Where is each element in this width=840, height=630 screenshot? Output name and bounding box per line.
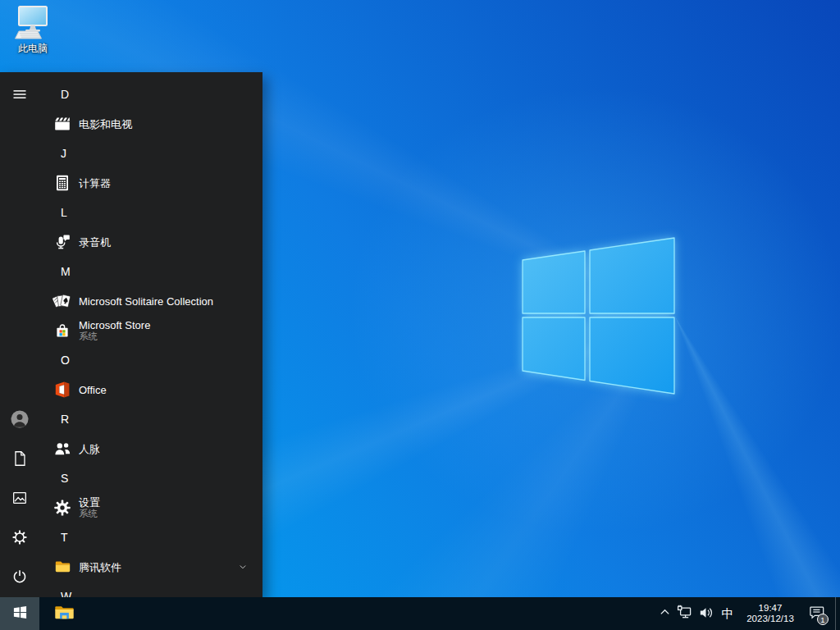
clock-time: 19:47	[759, 603, 783, 614]
app-group-header-J[interactable]: J	[39, 139, 262, 168]
app-label: Microsoft Store	[79, 319, 150, 331]
power-icon	[11, 568, 29, 588]
app-label: 人脉	[79, 443, 100, 455]
group-letter: R	[61, 413, 69, 426]
settings-button[interactable]	[0, 518, 39, 558]
app-texts: 设置系统	[79, 496, 100, 519]
windows-logo	[517, 234, 681, 398]
windows-start-icon	[12, 605, 28, 623]
app-texts: 电影和电视	[79, 118, 132, 130]
show-desktop-button[interactable]	[835, 597, 840, 630]
chevron-down-icon[interactable]	[237, 561, 249, 573]
pictures-button[interactable]	[0, 479, 39, 518]
app-group-header-O[interactable]: O	[39, 345, 262, 375]
app-texts: Microsoft Store系统	[79, 319, 150, 342]
group-letter: D	[61, 88, 69, 101]
group-letter: J	[61, 147, 66, 160]
network-button[interactable]	[674, 597, 696, 630]
group-letter: S	[61, 472, 68, 485]
desktop: 此电脑	[0, 0, 840, 630]
chevron-up-icon	[659, 606, 671, 621]
app-sublabel: 系统	[79, 509, 100, 519]
app-item-voice-recorder[interactable]: 录音机	[39, 227, 262, 257]
clock-button[interactable]: 19:47 2023/12/13	[738, 597, 802, 630]
power-button[interactable]	[0, 558, 39, 597]
start-menu: D电影和电视J计算器L录音机MMicrosoft Solitaire Colle…	[0, 72, 262, 597]
app-group-header-L[interactable]: L	[39, 198, 262, 227]
app-group-header-D[interactable]: D	[39, 80, 262, 109]
group-letter: T	[61, 531, 68, 544]
expand-menu-button[interactable]	[0, 75, 39, 115]
people-icon	[52, 439, 72, 459]
app-group-header-W[interactable]: W	[39, 582, 262, 597]
app-texts: 录音机	[79, 236, 111, 249]
ethernet-network-icon	[677, 605, 693, 623]
app-group-header-S[interactable]: S	[39, 463, 262, 493]
file-explorer-button[interactable]	[46, 597, 82, 630]
group-letter: M	[61, 265, 71, 278]
office-icon	[52, 380, 72, 399]
taskbar: 中 19:47 2023/12/13 1	[0, 597, 840, 630]
app-texts: 腾讯软件	[79, 561, 121, 573]
app-item-tencent-folder[interactable]: 腾讯软件	[39, 552, 262, 582]
app-item-settings[interactable]: 设置系统	[39, 493, 262, 523]
app-texts: 人脉	[79, 443, 100, 455]
app-label: 电影和电视	[79, 118, 132, 130]
clock-date: 2023/12/13	[746, 614, 794, 625]
app-group-header-R[interactable]: R	[39, 404, 262, 434]
app-label: 计算器	[79, 177, 111, 189]
document-icon	[11, 450, 29, 470]
app-texts: Office	[79, 384, 107, 396]
app-group-header-T[interactable]: T	[39, 523, 262, 552]
app-item-store[interactable]: Microsoft Store系统	[39, 316, 262, 345]
store-icon	[52, 321, 72, 340]
app-label: 设置	[79, 496, 100, 509]
desktop-icon-this-pc[interactable]: 此电脑	[10, 5, 56, 56]
start-menu-rail	[0, 72, 39, 597]
app-list: D电影和电视J计算器L录音机MMicrosoft Solitaire Colle…	[39, 72, 262, 597]
documents-button[interactable]	[0, 440, 39, 479]
app-label: Office	[79, 384, 107, 396]
gear-icon	[11, 528, 29, 549]
group-letter: W	[61, 590, 71, 597]
settings-gear-icon	[52, 498, 72, 518]
notification-count-badge: 1	[817, 614, 829, 625]
hamburger-icon	[11, 86, 28, 105]
app-label: Microsoft Solitaire Collection	[79, 295, 213, 308]
this-pc-label: 此电脑	[10, 42, 56, 56]
action-center-button[interactable]: 1	[802, 597, 830, 630]
movies-tv-icon	[52, 114, 72, 134]
app-texts: Microsoft Solitaire Collection	[79, 295, 213, 308]
user-avatar-icon	[10, 409, 30, 431]
app-sublabel: 系统	[79, 331, 150, 342]
rail-bottom-group	[0, 400, 39, 597]
app-item-people[interactable]: 人脉	[39, 434, 262, 463]
app-item-solitaire[interactable]: Microsoft Solitaire Collection	[39, 286, 262, 316]
app-group-header-M[interactable]: M	[39, 257, 262, 286]
calculator-icon	[52, 173, 72, 193]
this-pc-icon	[10, 5, 56, 41]
app-item-movies-tv[interactable]: 电影和电视	[39, 109, 262, 139]
start-button[interactable]	[0, 597, 39, 630]
voice-recorder-icon	[52, 232, 72, 252]
app-texts: 计算器	[79, 177, 111, 189]
group-letter: O	[61, 354, 70, 367]
app-item-office[interactable]: Office	[39, 375, 262, 404]
folder-icon	[52, 557, 72, 577]
app-label: 录音机	[79, 236, 111, 249]
group-letter: L	[61, 206, 67, 219]
ime-label: 中	[722, 606, 734, 622]
ime-indicator-button[interactable]: 中	[717, 597, 738, 630]
speaker-icon	[698, 605, 714, 623]
show-hidden-icons-button[interactable]	[655, 597, 674, 630]
file-explorer-icon	[53, 601, 75, 626]
user-account-button[interactable]	[0, 400, 39, 440]
volume-button[interactable]	[696, 597, 717, 630]
pictures-icon	[11, 489, 29, 509]
app-item-calculator[interactable]: 计算器	[39, 168, 262, 198]
solitaire-icon	[52, 291, 72, 311]
system-tray: 中 19:47 2023/12/13 1	[655, 597, 840, 630]
app-label: 腾讯软件	[79, 561, 121, 573]
